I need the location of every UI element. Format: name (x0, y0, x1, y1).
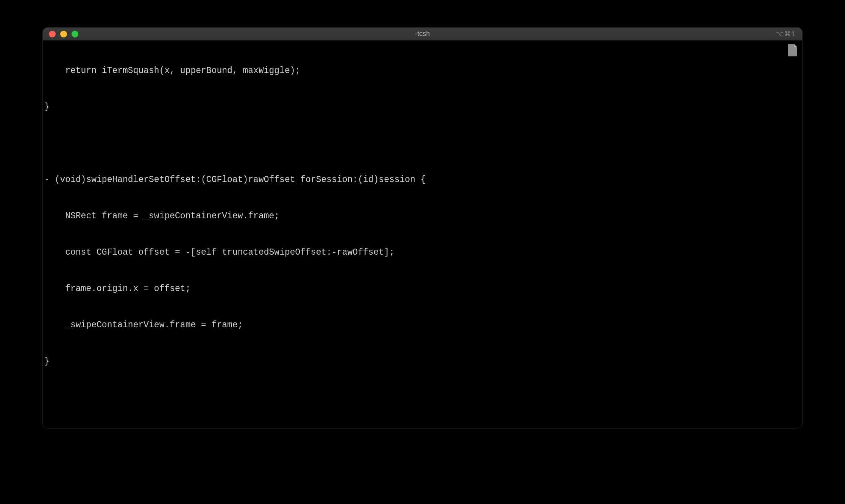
code-line: return iTermSquash(x, upperBound, maxWig… (44, 65, 801, 77)
maximize-button[interactable] (72, 31, 78, 37)
window-shortcut-hint: ⌥⌘1 (776, 30, 795, 38)
window-title: -tcsh (43, 30, 802, 38)
code-line: const CGFloat offset = -[self truncatedS… (44, 246, 801, 258)
code-line: NSRect frame = _swipeContainerView.frame… (44, 210, 801, 222)
minimize-button[interactable] (60, 31, 67, 37)
traffic-lights (49, 31, 78, 37)
code-line: } (44, 101, 801, 113)
code-line: _swipeContainerView.frame = frame; (44, 319, 801, 331)
terminal-window: -tcsh ⌥⌘1 return iTermSquash(x, upperBou… (42, 27, 803, 428)
code-line (44, 392, 801, 404)
code-line (44, 137, 801, 149)
code-line: - (void)swipeHandlerSetOffset:(CGFloat)r… (44, 174, 801, 186)
code-line: frame.origin.x = offset; (44, 283, 801, 295)
terminal-content[interactable]: return iTermSquash(x, upperBound, maxWig… (43, 40, 802, 428)
close-button[interactable] (49, 31, 56, 37)
document-icon[interactable] (788, 44, 798, 56)
window-titlebar[interactable]: -tcsh ⌥⌘1 (43, 28, 802, 40)
code-line: } (44, 355, 801, 367)
